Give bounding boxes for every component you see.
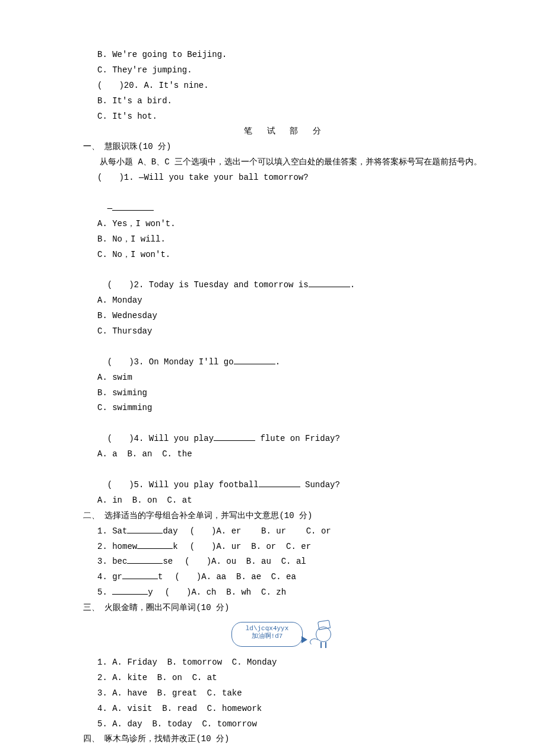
idx: 5. <box>97 719 112 729</box>
pre-q20-b: B. It's a bird. <box>83 94 487 109</box>
s1-q5-blank[interactable] <box>259 478 300 487</box>
opts: A. ch B. wh C. zh <box>191 587 286 597</box>
opts: A. visit B. read C. homework <box>112 704 262 713</box>
mascot-icon <box>311 621 336 648</box>
stem-text: ( )3. On Monday I'll go <box>107 357 234 367</box>
s1-q1-b: B. No，I will. <box>83 232 487 247</box>
answer-paren[interactable]: ( ) <box>174 570 201 585</box>
opts: A. ur B. or C. er <box>216 542 311 551</box>
post: t <box>158 572 163 582</box>
answer-paren[interactable]: ( ) <box>190 524 217 539</box>
s1-q1-c: C. No，I won't. <box>83 247 487 263</box>
bubble-tail-icon <box>301 636 307 643</box>
pre-q20: ( )20. A. It's nine. <box>83 78 487 94</box>
s1-q1-stem: ( )1. —Will you take your ball tomorrow? <box>83 170 487 186</box>
s1-q3-blank[interactable] <box>234 355 275 364</box>
s2-word-blank[interactable] <box>137 540 173 549</box>
opts: A. day B. today C. tomorrow <box>112 719 257 729</box>
s1-q3-b: B. swiming <box>83 386 487 401</box>
s1-q1-a: A. Yes，I won't. <box>83 217 487 232</box>
dash: — <box>107 204 112 213</box>
opts: A. kite B. on C. at <box>112 673 217 682</box>
pre: homew <box>112 542 137 551</box>
s1-q3-stem: ( )3. On Monday I'll go. <box>83 339 487 370</box>
s3-row: 1. A. Friday B. tomorrow C. Monday <box>83 655 487 671</box>
idx: 4. <box>97 572 112 582</box>
opts: A. ou B. au C. al <box>211 557 306 566</box>
speech-bubble: ld\jcqx4yyx 加油啊!d7 <box>231 622 303 647</box>
s1-q4-blank[interactable] <box>214 432 255 441</box>
post: y <box>148 587 153 597</box>
stem-text: ( )4. Will you play <box>107 434 214 443</box>
post: se <box>163 557 173 566</box>
s1-q1-answer-dash: — <box>83 186 487 217</box>
s2-row: 2. homewk( )A. ur B. or C. er <box>83 539 487 555</box>
s2-row: 3. becse( )A. ou B. au C. al <box>83 554 487 570</box>
pre-line-c: C. They're jumping. <box>83 63 487 78</box>
bubble-line2: 加油啊!d7 <box>236 633 299 640</box>
idx: 5. <box>97 587 112 597</box>
s3-row: 3. A. have B. great C. take <box>83 686 487 701</box>
s2-row: 4. grt( )A. aa B. ae C. ea <box>83 570 487 585</box>
pre: gr <box>112 572 122 582</box>
pre: Sat <box>112 526 127 536</box>
stem-post: flute on Friday? <box>255 434 340 443</box>
s1-q2-stem: ( )2. Today is Tuesday and tomorrow is. <box>83 262 487 293</box>
s1-q2-c: C. Thursday <box>83 324 487 339</box>
opts: A. Friday B. tomorrow C. Monday <box>112 657 277 667</box>
bubble-line1: ld\jcqx4yyx <box>236 625 299 633</box>
pre: bec <box>112 557 127 566</box>
answer-paren[interactable]: ( ) <box>190 539 217 555</box>
answer-paren[interactable]: ( ) <box>165 585 192 601</box>
opts: A. er B. ur C. or <box>216 526 331 536</box>
s2-word-blank[interactable] <box>112 586 148 595</box>
s1-q3-c: C. swimming <box>83 401 487 416</box>
s1-q5-opts: A. in B. on C. at <box>83 493 487 509</box>
s1-q2-blank[interactable] <box>309 278 350 287</box>
stem-post: . <box>350 280 355 290</box>
opts: A. have B. great C. take <box>112 688 242 698</box>
s3-row: 4. A. visit B. read C. homework <box>83 701 487 717</box>
s4-heading: 四、 啄木鸟诊所，找错并改正(10 分) <box>83 732 487 747</box>
s2-word-blank[interactable] <box>122 570 158 579</box>
post: k <box>173 542 177 551</box>
idx: 2. <box>97 673 112 682</box>
s1-q1-answer-blank[interactable] <box>112 202 154 211</box>
idx: 1. <box>97 657 112 667</box>
s1-q2-b: B. Wednesday <box>83 309 487 324</box>
idx: 3. <box>97 557 112 566</box>
idx: 1. <box>97 526 112 536</box>
s1-q4-opts: A. a B. an C. the <box>83 447 487 462</box>
idx: 4. <box>97 704 112 713</box>
s2-row: 5. y( )A. ch B. wh C. zh <box>83 585 487 601</box>
written-section-title: 笔 试 部 分 <box>83 124 487 139</box>
pre-q20-c: C. It's hot. <box>83 109 487 125</box>
post: day <box>163 526 177 536</box>
s3-row: 5. A. day B. today C. tomorrow <box>83 717 487 732</box>
answer-paren[interactable]: ( ) <box>185 554 211 570</box>
stem-text: ( )2. Today is Tuesday and tomorrow is <box>107 280 309 290</box>
s3-row: 2. A. kite B. on C. at <box>83 671 487 686</box>
idx: 3. <box>97 688 112 698</box>
s2-word-blank[interactable] <box>127 555 163 564</box>
idx: 2. <box>97 542 112 551</box>
s1-q2-a: A. Monday <box>83 293 487 309</box>
s2-word-blank[interactable] <box>127 525 163 533</box>
s4-q1: 1. I wiAll taBkes mCy kite and my ball o… <box>83 747 487 756</box>
s2-row: 1. Satday( )A. er B. ur C. or <box>83 524 487 539</box>
stem-post: Sunday? <box>300 480 340 490</box>
s1-q4-stem: ( )4. Will you play flute on Friday? <box>83 416 487 447</box>
s1-heading: 一、 慧眼识珠(10 分) <box>83 139 487 155</box>
s1-q3-a: A. swim <box>83 370 487 386</box>
s2-heading: 二、 选择适当的字母组合补全单词，并写出中文意思(10 分) <box>83 509 487 524</box>
pre-line-b: B. We're going to Beijing. <box>83 47 487 63</box>
s3-heading: 三、 火眼金睛，圈出不同单词(10 分) <box>83 601 487 616</box>
stem-text: ( )5. Will you play football <box>107 480 259 490</box>
s1-q5-stem: ( )5. Will you play football Sunday? <box>83 462 487 493</box>
s1-intro: 从每小题 A、B、C 三个选项中，选出一个可以填入空白处的最佳答案，并将答案标号… <box>83 155 487 170</box>
opts: A. aa B. ae C. ea <box>201 572 296 582</box>
stem-post: . <box>275 357 280 367</box>
cheer-sticker: ld\jcqx4yyx 加油啊!d7 <box>231 618 338 652</box>
